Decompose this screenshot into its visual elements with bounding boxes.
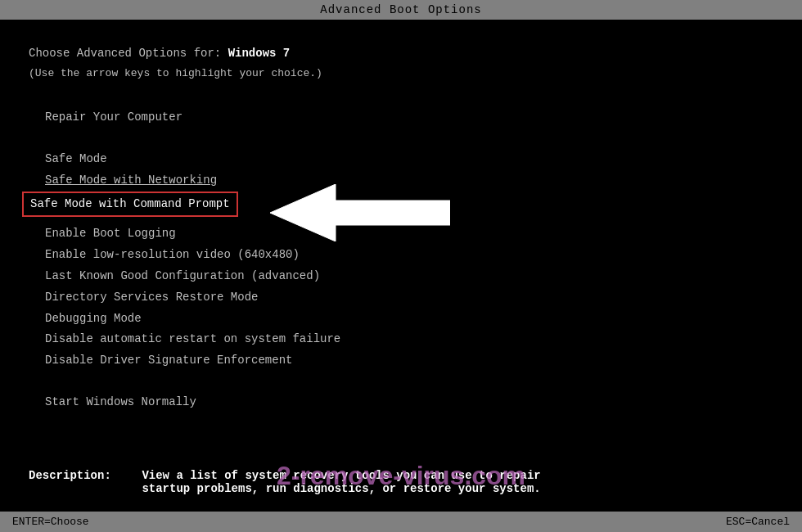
watermark: 2-remove-virus.com — [277, 461, 525, 491]
menu-item-low-res[interactable]: Enable low-resolution video (640x480) — [45, 245, 773, 266]
esc-label: ESC=Cancel — [726, 516, 790, 528]
menu-item-directory-services[interactable]: Directory Services Restore Mode — [45, 287, 773, 309]
options-section: Enable Boot Logging Enable low-resolutio… — [29, 223, 773, 372]
menu-item-safe-mode-networking[interactable]: Safe Mode with Networking — [29, 170, 773, 192]
title-bar: Advanced Boot Options — [0, 0, 802, 20]
intro-line2: (Use the arrow keys to highlight your ch… — [29, 65, 773, 83]
bottom-bar: ENTER=Choose ESC=Cancel — [0, 512, 802, 532]
menu-item-disable-restart[interactable]: Disable automatic restart on system fail… — [45, 329, 773, 350]
menu-item-safe-mode[interactable]: Safe Mode — [29, 149, 773, 170]
intro-line1: Choose Advanced Options for: Windows 7 — [29, 44, 773, 62]
repair-section: Repair Your Computer — [29, 107, 773, 128]
menu-item-safe-mode-cmd[interactable]: Safe Mode with Command Prompt — [22, 192, 238, 218]
intro-prefix: Choose Advanced Options for: — [29, 47, 228, 60]
menu-item-boot-logging[interactable]: Enable Boot Logging — [45, 223, 773, 245]
menu-item-repair[interactable]: Repair Your Computer — [45, 107, 773, 128]
description-label: Description: — [29, 469, 135, 482]
menu-item-disable-driver[interactable]: Disable Driver Signature Enforcement — [45, 350, 773, 372]
menu-item-debugging[interactable]: Debugging Mode — [45, 309, 773, 330]
main-content: Choose Advanced Options for: Windows 7 (… — [0, 20, 802, 446]
intro-windows-version: Windows 7 — [228, 47, 291, 60]
start-section: Start Windows Normally — [29, 392, 773, 413]
safe-mode-section: Safe Mode Safe Mode with Networking Safe… — [29, 149, 773, 217]
menu-item-last-known-good[interactable]: Last Known Good Configuration (advanced) — [45, 266, 773, 287]
enter-label: ENTER=Choose — [12, 516, 89, 528]
menu-item-start-normally[interactable]: Start Windows Normally — [45, 392, 773, 413]
